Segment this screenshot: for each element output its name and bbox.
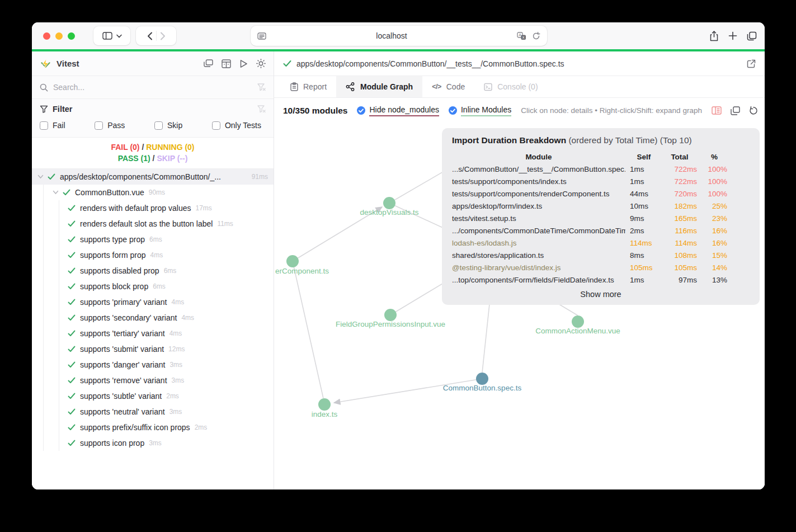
reader-icon[interactable]: [257, 32, 266, 40]
breakdown-row: shared/stores/application.ts8ms108ms15%: [452, 249, 727, 261]
tab-overview-icon[interactable]: [747, 31, 757, 41]
tab-module-graph[interactable]: Module Graph: [336, 76, 422, 97]
test-row[interactable]: supports 'secondary' variant4ms: [32, 310, 274, 326]
address-bar[interactable]: localhost Ax: [251, 26, 547, 46]
pass-check-icon: [68, 314, 76, 321]
tab-report[interactable]: Report: [281, 76, 336, 97]
zoom-window-button[interactable]: [68, 32, 75, 40]
test-row[interactable]: supports block prop6ms: [32, 279, 274, 294]
test-row[interactable]: renders with default prop values17ms: [32, 200, 274, 216]
tab-label: Report: [303, 82, 327, 91]
graph-node[interactable]: erComponent.ts: [275, 255, 329, 275]
reload-icon[interactable]: [532, 32, 540, 40]
test-row[interactable]: supports prefix/suffix icon props2ms: [32, 420, 274, 435]
module-graph-canvas[interactable]: desktopVisuals.tserComponent.tsFieldGrou…: [274, 123, 765, 489]
minimize-window-button[interactable]: [55, 32, 63, 40]
breakdown-table-icon[interactable]: [712, 106, 722, 115]
show-more-button[interactable]: Show more: [452, 290, 750, 299]
clear-filter-icon[interactable]: [257, 83, 266, 91]
reset-graph-icon[interactable]: [749, 106, 758, 115]
export-graph-icon[interactable]: [731, 106, 740, 115]
sidebar-toggle-button[interactable]: [93, 26, 130, 45]
module-node-circle[interactable]: [383, 197, 395, 209]
open-externally-icon[interactable]: [747, 59, 756, 68]
graph-node[interactable]: CommonButton.spec.ts: [443, 373, 522, 392]
search-bar[interactable]: Search...: [32, 76, 274, 99]
new-tab-icon[interactable]: [728, 31, 737, 40]
module-node-label[interactable]: erComponent.ts: [275, 267, 329, 275]
filter-checkbox-only-tests[interactable]: Only Tests: [212, 121, 261, 130]
test-duration: 3ms: [169, 361, 182, 369]
theme-toggle-icon[interactable]: [256, 59, 266, 68]
run-all-icon[interactable]: [239, 59, 248, 68]
toggle-hide-node-modules[interactable]: Hide node_modules: [357, 105, 439, 116]
running-count: RUNNING (0): [146, 143, 194, 152]
forward-button[interactable]: [160, 32, 166, 40]
test-row[interactable]: supports 'danger' variant3ms: [32, 357, 274, 373]
module-node-label[interactable]: FieldGroupPermissionsInput.vue: [336, 320, 445, 328]
module-node-circle[interactable]: [384, 309, 397, 321]
skip-count: SKIP (--): [157, 154, 187, 163]
filter-checkbox-skip[interactable]: Skip: [154, 121, 182, 130]
test-name: supports 'tertiary' variant: [80, 329, 165, 338]
test-row[interactable]: supports 'remove' variant3ms: [32, 373, 274, 388]
module-node-label[interactable]: CommonButton.spec.ts: [443, 384, 522, 392]
pass-check-icon: [68, 283, 76, 290]
breakdown-title-strong: Import Duration Breakdown: [452, 135, 566, 145]
share-icon[interactable]: [709, 31, 719, 41]
test-row[interactable]: supports type prop6ms: [32, 232, 274, 247]
test-row[interactable]: renders default slot as the button label…: [32, 216, 274, 232]
test-name: renders default slot as the button label: [80, 219, 213, 228]
pass-check-icon: [68, 205, 76, 211]
dashboard-icon[interactable]: [204, 59, 213, 68]
file-header: apps/desktop/components/CommonButton/__t…: [274, 51, 765, 76]
graph-node[interactable]: CommonActionMenu.vue: [535, 316, 620, 335]
total-time: 97ms: [662, 276, 697, 284]
module-node-circle[interactable]: [476, 373, 488, 385]
search-input[interactable]: Search...: [53, 83, 257, 92]
total-time: 116ms: [662, 227, 697, 235]
self-time: 8ms: [630, 251, 658, 260]
test-row[interactable]: CommonButton.vue90ms: [32, 185, 274, 200]
test-name: supports 'submit' variant: [80, 345, 164, 354]
graph-node[interactable]: index.ts: [312, 398, 338, 418]
total-time: 722ms: [662, 165, 697, 173]
test-row[interactable]: apps/desktop/components/CommonButton/_..…: [32, 169, 274, 185]
module-node-circle[interactable]: [318, 398, 331, 411]
test-row[interactable]: supports 'submit' variant12ms: [32, 341, 274, 357]
module-node-circle[interactable]: [286, 255, 299, 267]
clear-filter-icon[interactable]: [257, 105, 266, 113]
module-path: ...top/components/Form/fields/FieldDate/…: [452, 276, 625, 284]
tab-code[interactable]: </> Code: [422, 76, 474, 97]
module-node-label[interactable]: CommonActionMenu.vue: [535, 327, 620, 335]
filter-checkbox-fail[interactable]: Fail: [40, 121, 65, 130]
chevron-down-icon[interactable]: [37, 175, 44, 179]
test-row[interactable]: supports 'neutral' variant3ms: [32, 404, 274, 420]
module-node-label[interactable]: index.ts: [312, 410, 338, 418]
test-row[interactable]: supports 'primary' variant4ms: [32, 294, 274, 310]
translate-icon[interactable]: Ax: [517, 32, 526, 40]
checkbox-label: Fail: [53, 121, 65, 130]
test-row[interactable]: supports 'tertiary' variant4ms: [32, 326, 274, 341]
test-row[interactable]: supports icon prop3ms: [32, 435, 274, 451]
test-row[interactable]: supports disabled prop6ms: [32, 263, 274, 279]
test-row[interactable]: supports form prop4ms: [32, 247, 274, 263]
search-icon: [40, 83, 48, 92]
module-path: apps/desktop/form/index.ts: [452, 202, 625, 210]
test-row[interactable]: supports 'subtle' variant2ms: [32, 388, 274, 404]
toggle-inline-modules[interactable]: Inline Modules: [449, 105, 511, 116]
chevron-down-icon[interactable]: [53, 190, 59, 195]
back-button[interactable]: [147, 32, 153, 40]
graph-node[interactable]: desktopVisuals.ts: [360, 197, 419, 216]
module-graph-icon: [346, 82, 355, 91]
module-node-circle[interactable]: [572, 316, 584, 328]
graph-edge: [293, 261, 323, 398]
sidebar: Vitest: [32, 51, 274, 489]
filter-checkbox-pass[interactable]: Pass: [95, 121, 125, 130]
checkbox: [154, 121, 163, 130]
report-layout-icon[interactable]: [222, 59, 231, 68]
close-window-button[interactable]: [43, 32, 50, 40]
tab-console[interactable]: Console (0): [474, 76, 547, 97]
module-node-label[interactable]: desktopVisuals.ts: [360, 208, 419, 216]
graph-node[interactable]: FieldGroupPermissionsInput.vue: [336, 309, 445, 328]
